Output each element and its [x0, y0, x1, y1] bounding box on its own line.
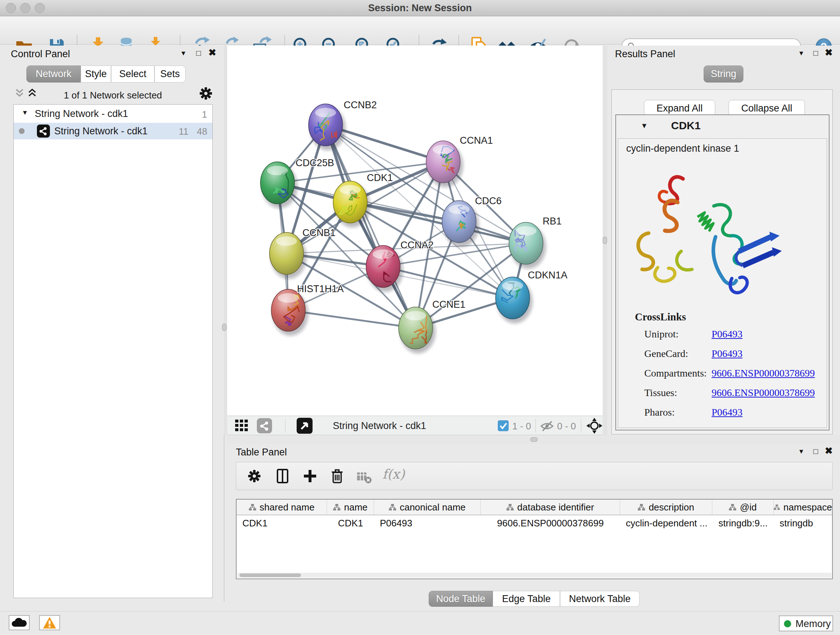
- column-type-icon: [507, 504, 514, 511]
- gear-icon[interactable]: [198, 86, 214, 101]
- node-label-HIST1H1A: HIST1H1A: [297, 283, 344, 295]
- column-header[interactable]: shared name: [237, 500, 327, 515]
- create-column-plus-icon[interactable]: [302, 468, 318, 484]
- cell-name[interactable]: CDK1: [327, 515, 374, 531]
- section-collapse-icon[interactable]: ▼: [641, 122, 648, 130]
- tab-style[interactable]: Style: [81, 65, 111, 82]
- grid-mode-icon[interactable]: [235, 420, 248, 432]
- table-panel-float-button[interactable]: □: [810, 446, 821, 457]
- splitter-handle[interactable]: [222, 324, 226, 331]
- control-panel-close-button[interactable]: ✖: [207, 47, 218, 58]
- crosslink-genecard-link[interactable]: P06493: [712, 348, 743, 359]
- cell-canonical-name[interactable]: P06493: [374, 515, 481, 531]
- control-panel-float-button[interactable]: □: [193, 48, 204, 59]
- memory-status-dot: [784, 620, 791, 627]
- network-collection-row[interactable]: ▼ String Network - cdk1 1: [14, 106, 212, 123]
- table-row[interactable]: CDK1 CDK1 P06493 9606.ENSP00000378699 cy…: [237, 515, 832, 531]
- column-header[interactable]: name: [327, 500, 374, 515]
- cell-shared-name[interactable]: CDK1: [237, 515, 327, 531]
- horizontal-scrollbar-track[interactable]: [237, 573, 831, 578]
- string-results-container: Expand All Collapse All ▼ CDK1 cyclin-de…: [611, 89, 833, 434]
- column-type-icon: [638, 504, 645, 511]
- column-header[interactable]: canonical name: [374, 500, 481, 515]
- collapse-all-chevron-icon[interactable]: [14, 88, 25, 98]
- tree-expander-icon[interactable]: ▼: [22, 109, 28, 117]
- column-label: shared name: [260, 502, 315, 513]
- bottom-status-bar: Memory: [0, 611, 840, 635]
- tab-node-table[interactable]: Node Table: [429, 591, 493, 607]
- column-type-icon: [389, 504, 396, 511]
- show-columns-icon[interactable]: [275, 468, 291, 484]
- protein-structure-image: [623, 159, 790, 307]
- cell-id[interactable]: stringdb:9...: [712, 515, 774, 531]
- crosslink-label: Uniprot:: [644, 328, 679, 340]
- main-toolbar: ?: [0, 16, 840, 44]
- node-label-CCNA1: CCNA1: [460, 135, 493, 146]
- column-label: namespace: [783, 502, 832, 513]
- section-body: cyclin-dependent kinase 1: [618, 138, 827, 428]
- cell-database-identifier[interactable]: 9606.ENSP00000378699: [481, 515, 620, 531]
- splitter-handle[interactable]: [531, 437, 538, 442]
- table-header-row: shared name name canonical name database…: [237, 500, 832, 515]
- results-panel-float-button[interactable]: □: [810, 48, 821, 59]
- network-edge[interactable]: [325, 125, 416, 328]
- network-tree: ▼ String Network - cdk1 1 String Network…: [13, 104, 213, 598]
- column-header[interactable]: namespace: [774, 500, 832, 515]
- node-label-CDKN1A: CDKN1A: [528, 270, 568, 280]
- crosslink-label: GeneCard:: [644, 348, 688, 359]
- hidden-eye-slash-icon[interactable]: [540, 420, 554, 432]
- expand-all-chevron-icon[interactable]: [27, 88, 38, 98]
- results-panel-close-button[interactable]: ✖: [823, 47, 834, 58]
- column-label: canonical name: [400, 502, 466, 513]
- network-edge[interactable]: [350, 202, 526, 243]
- node-section: ▼ CDK1 cyclin-dependent kinase 1: [615, 114, 829, 431]
- results-panel-title: Results Panel: [615, 49, 676, 60]
- selected-checkbox-icon[interactable]: [498, 420, 508, 431]
- warning-status-button[interactable]: [39, 615, 60, 630]
- crosslink-tissues-link[interactable]: 9606.ENSP00000378699: [712, 387, 815, 399]
- splitter-handle[interactable]: [603, 237, 607, 244]
- memory-button[interactable]: Memory: [779, 616, 833, 631]
- warning-icon: [40, 616, 59, 630]
- table-panel-close-button[interactable]: ✖: [823, 445, 834, 456]
- network-graph[interactable]: CCNB2CCNA1CDC25BCDK1CDC6RB1CCNB1CCNA2CDK…: [227, 46, 603, 416]
- network-collection-label: String Network - cdk1: [35, 108, 128, 119]
- node-label-CCNB2: CCNB2: [344, 100, 377, 111]
- network-view-title: String Network - cdk1: [333, 420, 426, 432]
- crosslink-uniprot-link[interactable]: P06493: [712, 328, 743, 340]
- crosslink-pharos-link[interactable]: P06493: [712, 407, 743, 418]
- network-row-selected[interactable]: String Network - cdk1 11 48: [14, 123, 212, 139]
- vertical-splitter-left[interactable]: [224, 46, 227, 435]
- cell-namespace[interactable]: stringdb: [774, 515, 832, 531]
- cell-description[interactable]: cyclin-dependent ...: [620, 515, 712, 531]
- column-header[interactable]: description: [620, 500, 712, 515]
- cloud-status-button[interactable]: [9, 615, 30, 630]
- column-header[interactable]: @id: [712, 500, 774, 515]
- network-label: String Network - cdk1: [54, 126, 148, 137]
- tab-string[interactable]: String: [704, 65, 744, 82]
- window-title: Session: New Session: [0, 0, 840, 16]
- tab-network-table[interactable]: Network Table: [560, 591, 639, 607]
- share-mode-icon[interactable]: [257, 418, 272, 433]
- crosslink-compartments-link[interactable]: 9606.ENSP00000378699: [712, 367, 815, 379]
- control-panel-menu-button[interactable]: ▼: [178, 48, 189, 59]
- column-header[interactable]: database identifier: [481, 500, 620, 515]
- tab-network[interactable]: Network: [27, 65, 81, 82]
- tab-edge-table[interactable]: Edge Table: [493, 591, 560, 607]
- tab-select[interactable]: Select: [111, 65, 155, 82]
- network-collection-count: 1: [202, 109, 207, 120]
- tab-sets[interactable]: Sets: [155, 65, 186, 82]
- results-panel-menu-button[interactable]: ▼: [796, 48, 807, 59]
- column-label: database identifier: [517, 502, 594, 513]
- delete-table-icon[interactable]: [356, 470, 372, 484]
- table-panel-menu-button[interactable]: ▼: [796, 446, 807, 457]
- node-label-CDK1: CDK1: [367, 172, 393, 183]
- function-builder-icon[interactable]: f(x): [382, 467, 405, 481]
- horizontal-scrollbar-thumb[interactable]: [240, 573, 301, 577]
- open-in-window-icon[interactable]: [297, 418, 313, 434]
- navigator-crosshair-icon[interactable]: [586, 417, 603, 434]
- network-canvas[interactable]: CCNB2CCNA1CDC25BCDK1CDC6RB1CCNB1CCNA2CDK…: [227, 46, 603, 416]
- delete-column-trash-icon[interactable]: [329, 467, 346, 484]
- table-settings-gear-icon[interactable]: [246, 468, 262, 484]
- node-label-CDC6: CDC6: [475, 195, 502, 206]
